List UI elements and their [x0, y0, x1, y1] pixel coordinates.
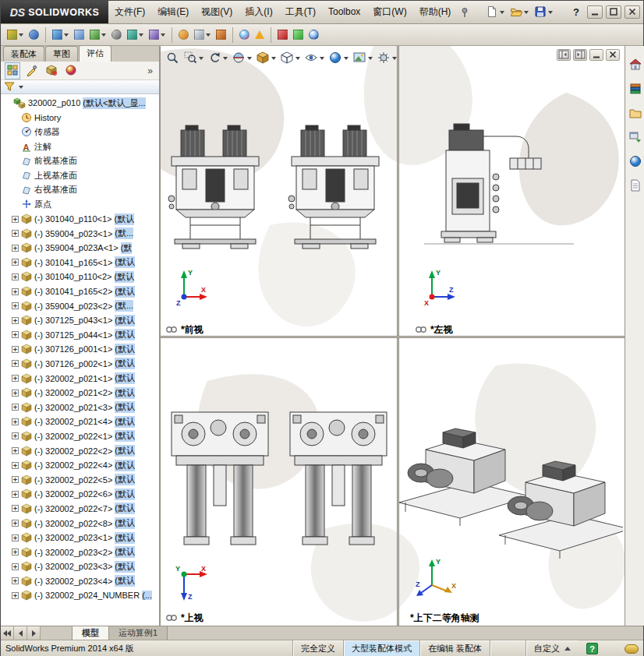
save-button[interactable]: [532, 3, 555, 22]
tab-model[interactable]: 模型: [72, 626, 109, 640]
tree-item[interactable]: +(-) 359004_p023A<1>(默: [1, 241, 159, 256]
toolbox-library-button[interactable]: [306, 26, 321, 44]
tree-item[interactable]: +(-) 307126_p001<1>(默认: [1, 342, 159, 357]
expand-icon[interactable]: +: [12, 462, 19, 469]
new-motion-study-button[interactable]: [176, 26, 191, 44]
chevron-down-icon[interactable]: [524, 11, 529, 14]
tree-item[interactable]: +(-) 320002_p024_NUMBER(...: [1, 588, 159, 603]
chevron-down-icon[interactable]: [223, 57, 228, 60]
chevron-down-icon[interactable]: [161, 34, 165, 37]
chevron-down-icon[interactable]: [199, 57, 203, 60]
appearances-sphere-button[interactable]: [237, 26, 252, 44]
tree-item[interactable]: +(-) 320002_p022<7>(默认: [1, 502, 159, 517]
chevron-down-icon[interactable]: [295, 57, 300, 60]
new-document-button[interactable]: [483, 3, 507, 22]
motion-button[interactable]: [291, 26, 306, 44]
chevron-down-icon[interactable]: [344, 57, 349, 60]
scroll-first-button[interactable]: [1, 626, 14, 640]
quick-tips-button[interactable]: ?: [586, 643, 598, 654]
propertymanager-tab[interactable]: [24, 62, 40, 79]
menu-view[interactable]: 视图(V): [195, 1, 239, 23]
expand-icon[interactable]: +: [12, 259, 19, 266]
insert-components-button[interactable]: [5, 26, 26, 44]
minimize-window-button[interactable]: [587, 5, 603, 19]
task-pane-appearances-button[interactable]: [627, 153, 644, 171]
tree-item[interactable]: +(-) 320002_p021<1>(默认: [1, 371, 159, 386]
tree-item[interactable]: +(-) 320002_p023<1>(默认: [1, 531, 159, 545]
tree-item[interactable]: +(-) 320002_p022<8>(默认: [1, 516, 159, 531]
tab-sketch[interactable]: 草图: [45, 46, 78, 62]
maximize-window-button[interactable]: [606, 5, 621, 19]
tree-item[interactable]: +(-) 320002_p022<1>(默认: [1, 429, 159, 444]
tree-root-item[interactable]: 320002_p010(默认<默认_显...: [1, 96, 159, 111]
hide-show-items-button[interactable]: [303, 49, 326, 68]
close-window-button[interactable]: [625, 5, 640, 19]
task-pane-file-explorer-button[interactable]: [627, 105, 644, 122]
expand-icon[interactable]: +: [12, 230, 19, 237]
tree-item[interactable]: +(-) 320002_p022<2>(默认: [1, 443, 159, 458]
close-document-button[interactable]: [606, 49, 620, 61]
assembly-features-button[interactable]: [125, 26, 146, 44]
tree-item[interactable]: +(-) 320002_p021<2>(默认: [1, 386, 159, 400]
view-orientation-button[interactable]: [254, 49, 278, 68]
chevron-down-icon[interactable]: [271, 57, 276, 60]
tree-item[interactable]: 前视基准面: [1, 153, 159, 168]
tree-item[interactable]: History: [1, 111, 159, 125]
expand-icon[interactable]: +: [12, 288, 19, 295]
expand-icon[interactable]: +: [12, 346, 19, 353]
tab-motion-study-1[interactable]: 运动算例1: [109, 626, 168, 640]
simulation-button[interactable]: [275, 26, 290, 44]
open-document-button[interactable]: [508, 3, 531, 22]
expand-icon[interactable]: +: [12, 592, 19, 599]
show-hidden-components-button[interactable]: [109, 26, 124, 44]
graphics-area[interactable]: Y X Z Y Z X X Z Y: [161, 46, 625, 626]
menu-toolbox[interactable]: Toolbox: [322, 1, 366, 23]
viewport-splitter-horizontal[interactable]: [161, 336, 625, 338]
tree-item[interactable]: +(-) 359004_p023<2>(默...: [1, 298, 159, 313]
chevron-down-icon[interactable]: [19, 34, 23, 37]
section-view-button[interactable]: [230, 49, 253, 68]
tree-item[interactable]: +(-) 307125_p043<1>(默认: [1, 313, 159, 328]
tree-item[interactable]: +(-) 359004_p023<1>(默...: [1, 226, 159, 241]
pin-menu-icon[interactable]: [457, 7, 472, 18]
displaymanager-tab[interactable]: [63, 62, 79, 79]
task-pane-view-palette-button[interactable]: [627, 129, 644, 146]
menu-file[interactable]: 文件(F): [108, 1, 151, 23]
menu-help[interactable]: 帮助(H): [413, 1, 458, 23]
expand-icon[interactable]: +: [12, 273, 19, 280]
view-settings-button[interactable]: [375, 49, 398, 68]
tree-item[interactable]: +(-) 301040_p110<1>(默认: [1, 212, 159, 227]
expand-icon[interactable]: +: [12, 563, 19, 570]
reference-geometry-button[interactable]: [147, 26, 168, 44]
expand-icon[interactable]: +: [12, 216, 19, 223]
task-pane-design-library-button[interactable]: [627, 81, 644, 98]
tree-item[interactable]: +(-) 307125_p044<1>(默认: [1, 328, 159, 343]
expand-icon[interactable]: +: [12, 390, 19, 397]
move-component-button[interactable]: [87, 26, 108, 44]
tree-item[interactable]: +(-) 320002_p022<4>(默认: [1, 458, 159, 473]
filter-icon[interactable]: [4, 81, 15, 93]
bill-of-materials-button[interactable]: [192, 26, 213, 44]
previous-view-button[interactable]: [206, 49, 229, 68]
tree-item[interactable]: 原点: [1, 197, 159, 212]
chevron-down-icon[interactable]: [548, 11, 553, 14]
smart-fasteners-button[interactable]: [72, 26, 87, 44]
chevron-down-icon[interactable]: [500, 11, 504, 14]
exploded-view-button[interactable]: [214, 26, 228, 44]
expand-icon[interactable]: +: [12, 534, 19, 541]
chevron-down-icon[interactable]: [320, 57, 324, 60]
expand-icon[interactable]: +: [12, 447, 19, 454]
menu-insert[interactable]: 插入(I): [239, 1, 278, 23]
mate-button[interactable]: [27, 26, 41, 44]
chevron-down-icon[interactable]: [64, 34, 69, 37]
menu-tools[interactable]: 工具(T): [279, 1, 322, 23]
expand-icon[interactable]: +: [12, 404, 19, 411]
chevron-down-icon[interactable]: [247, 57, 252, 60]
help-button[interactable]: ?: [568, 6, 584, 18]
menu-edit[interactable]: 编辑(E): [151, 1, 195, 23]
linear-component-pattern-button[interactable]: [50, 26, 71, 44]
menu-window[interactable]: 窗口(W): [366, 1, 412, 23]
tree-item[interactable]: +(-) 301041_p165<2>(默认: [1, 284, 159, 299]
tree-item[interactable]: +(-) 301040_p110<2>(默认: [1, 270, 159, 284]
chevron-down-icon[interactable]: [206, 34, 211, 37]
